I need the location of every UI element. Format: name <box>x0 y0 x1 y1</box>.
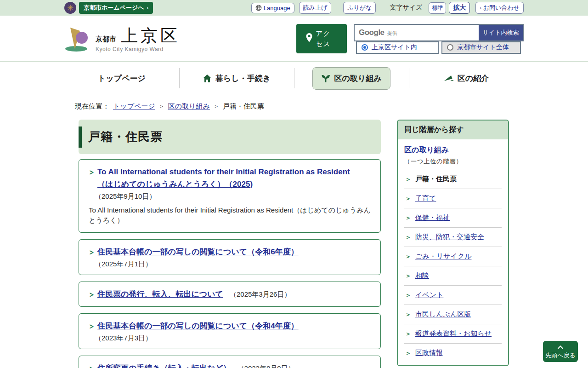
back-to-top-button[interactable]: 先頭へ戻る <box>543 341 578 362</box>
chevron-right-icon: ＞ <box>405 214 411 222</box>
article-link[interactable]: 住民基本台帳の一部の写しの閲覧について（令和4年度） <box>97 320 299 332</box>
sidebar-item-houdou[interactable]: ＞ 報道発表資料・お知らせ <box>404 324 502 343</box>
logo-english-label: Kyoto City Kamigyo Ward <box>96 46 180 52</box>
site-header: 京都市 上京区 Kyoto City Kamigyo Ward アクセス G <box>0 16 588 62</box>
chevron-right-icon: ＞ <box>88 289 95 300</box>
nav-ward-introduction-label: 区の紹介 <box>458 73 489 84</box>
article-link[interactable]: 住所変更の手続き（転入・転出など） <box>97 362 231 368</box>
article-item: ＞ To All International students for thei… <box>79 159 381 233</box>
fontsize-standard-label: 標準 <box>432 4 443 12</box>
sidebar-item-kosodate[interactable]: ＞ 子育て <box>404 189 502 208</box>
article-date: （2025年3月26日） <box>230 290 291 299</box>
chevron-right-icon: ＞ <box>405 349 411 357</box>
chevron-right-icon: ＞ <box>405 233 411 242</box>
logo-ward-label: 上京区 <box>121 27 180 44</box>
fontsize-label: 文字サイズ <box>390 4 422 12</box>
fontsize-standard-button[interactable]: 標準 <box>429 2 446 14</box>
page-title-box: 戸籍・住民票 <box>79 120 381 154</box>
contact-button[interactable]: › お問い合わせ <box>475 2 524 14</box>
sidebar-item-label: 区政情報 <box>415 349 443 357</box>
fontsize-large-label: 拡大 <box>453 4 466 12</box>
chevron-right-icon: ＞ <box>405 291 411 299</box>
article-link[interactable]: 住民票の発行、転入、転出について <box>97 288 223 300</box>
breadcrumb: 現在位置： トップページ ＞ 区の取り組み ＞ 戸籍・住民票 <box>75 102 524 111</box>
sidebar-item-event[interactable]: ＞ イベント <box>404 285 502 305</box>
sidebar-item-label: 報道発表資料・お知らせ <box>415 329 492 338</box>
globe-icon <box>255 5 262 11</box>
breadcrumb-separator-icon: ＞ <box>159 103 164 110</box>
sidebar-item-label: 市民しんぶん区版 <box>415 310 471 319</box>
article-item: ＞ 住民票の発行、転入、転出について （2025年3月26日） <box>79 282 381 307</box>
kyoto-city-emblem-icon: ✳ <box>64 2 76 14</box>
nav-ward-initiatives-label: 区の取り組み <box>334 73 381 84</box>
language-button[interactable]: Language <box>251 3 294 13</box>
ward-logo-icon <box>64 25 91 52</box>
sidebar-item-soudan[interactable]: ＞ 相談 <box>404 266 502 285</box>
sidebar-item-label: ごみ・リサイクル <box>415 252 471 261</box>
chevron-right-icon: ＞ <box>88 363 95 368</box>
breadcrumb-label: 現在位置： <box>75 102 109 111</box>
search-scope-city-radio[interactable]: 京都市サイト全体 <box>441 41 521 54</box>
breadcrumb-top-page[interactable]: トップページ <box>113 102 155 111</box>
radio-unselected-icon <box>447 44 453 51</box>
title-accent-bar <box>79 126 82 148</box>
read-aloud-label: 読み上げ <box>303 4 328 12</box>
chevron-right-icon: ＞ <box>405 195 411 203</box>
access-button[interactable]: アクセス <box>296 24 347 53</box>
search-scope-ward-label: 上京区サイト内 <box>372 43 417 52</box>
chevron-right-icon: ＞ <box>405 310 411 319</box>
chevron-right-icon: ＞ <box>405 253 411 261</box>
chevron-right-icon: ＞ <box>88 247 95 258</box>
sidebar-item-kusei-jouhou[interactable]: ＞ 区政情報 <box>404 343 502 362</box>
article-date: （2025年9月10日） <box>95 192 371 201</box>
sidebar-item-label: 保健・福祉 <box>415 213 450 222</box>
sidebar-item-label: 子育て <box>415 194 436 203</box>
global-nav: トップページ 暮らし・手続き 区の取り組み 区の紹介 <box>0 62 588 95</box>
furigana-button[interactable]: ふりがな <box>343 2 376 14</box>
fontsize-large-button[interactable]: 拡大 <box>449 2 470 14</box>
article-description: To All International students for their … <box>89 205 371 225</box>
chevron-right-icon: › <box>147 5 149 11</box>
article-item: ＞ 住所変更の手続き（転入・転出など） （2022年8月9日） <box>79 356 381 368</box>
chevron-right-icon: ＞ <box>405 175 411 184</box>
nav-top-page[interactable]: トップページ <box>64 62 179 95</box>
nav-living-procedures[interactable]: 暮らし・手続き <box>179 62 294 95</box>
sidebar-parent-link[interactable]: 区の取り組み <box>404 145 449 155</box>
house-icon <box>203 74 212 83</box>
kyoto-home-label: 京都市ホームページへ <box>84 4 144 12</box>
article-date: （2022年8月9日） <box>237 364 295 368</box>
nav-ward-introduction[interactable]: 区の紹介 <box>409 62 524 95</box>
top-utility-bar: ✳ 京都市ホームページへ › Language 読み上げ ふりがな 文字サイズ … <box>0 0 588 16</box>
site-logo[interactable]: 京都市 上京区 Kyoto City Kamigyo Ward <box>64 25 180 52</box>
sidebar-item-bousai[interactable]: ＞ 防災、防犯・交通安全 <box>404 227 502 247</box>
nav-ward-initiatives[interactable]: 区の取り組み <box>294 62 409 95</box>
sidebar-item-shimin-shinbun[interactable]: ＞ 市民しんぶん区版 <box>404 305 502 324</box>
breadcrumb-ward-initiatives[interactable]: 区の取り組み <box>168 102 210 111</box>
sidebar-title: 同じ階層から探す <box>398 121 508 139</box>
site-search-button[interactable]: サイト内検索 <box>479 25 523 40</box>
sidebar-parent-note: （一つ上位の階層） <box>404 157 502 166</box>
search-scope-city-label: 京都市サイト全体 <box>457 43 509 52</box>
radio-selected-icon <box>362 44 368 51</box>
read-aloud-button[interactable]: 読み上げ <box>299 2 332 14</box>
chevron-right-icon: ＞ <box>405 272 411 280</box>
nav-living-procedures-label: 暮らし・手続き <box>215 73 271 84</box>
access-label: アクセス <box>316 29 338 49</box>
chevron-up-icon <box>557 344 564 351</box>
contact-label: お問い合わせ <box>483 4 520 12</box>
search-scope-ward-radio[interactable]: 上京区サイト内 <box>356 41 439 54</box>
sprout-icon <box>321 74 330 83</box>
furigana-label: ふりがな <box>347 4 372 12</box>
sidebar-item-label: 相談 <box>415 271 429 280</box>
article-link[interactable]: 住民基本台帳の一部の写しの閲覧について（令和6年度） <box>97 246 299 258</box>
sidebar-item-label: 防災、防犯・交通安全 <box>415 233 484 242</box>
chevron-right-icon: ＞ <box>88 321 95 332</box>
pen-nib-icon <box>444 75 454 82</box>
search-input[interactable] <box>355 25 479 40</box>
sidebar-item-hoken-fukushi[interactable]: ＞ 保健・福祉 <box>404 208 502 227</box>
chevron-right-icon: ＞ <box>405 330 411 338</box>
sidebar-item-gomi-recycle[interactable]: ＞ ごみ・リサイクル <box>404 247 502 266</box>
kyoto-home-button[interactable]: 京都市ホームページへ › <box>79 2 153 14</box>
chevron-right-icon: › <box>480 6 481 11</box>
article-link[interactable]: To All International students for their … <box>97 166 371 190</box>
